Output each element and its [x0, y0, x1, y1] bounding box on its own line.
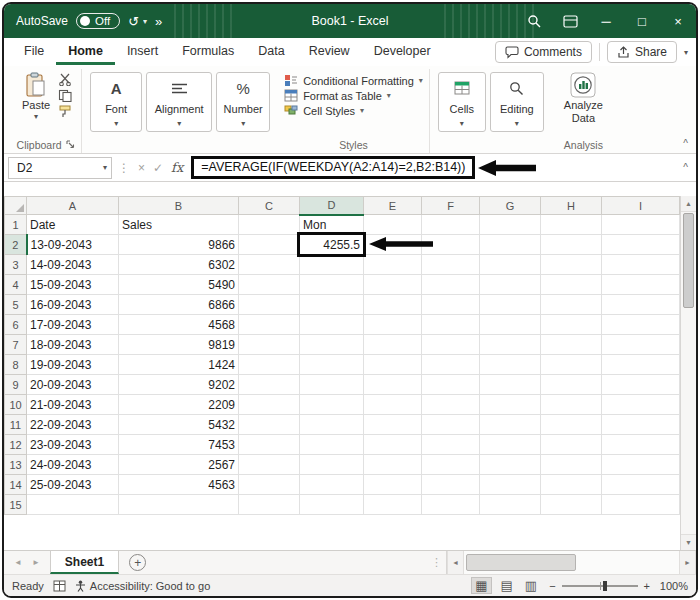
cell-I12[interactable] [602, 435, 680, 455]
cell-H3[interactable] [541, 255, 602, 275]
scroll-right-icon[interactable]: ► [679, 551, 696, 574]
cell-B9[interactable]: 9202 [119, 375, 239, 395]
cell-D15[interactable] [300, 495, 364, 515]
col-header-B[interactable]: B [119, 197, 239, 215]
cell-F4[interactable] [422, 275, 480, 295]
cell-C11[interactable] [239, 415, 300, 435]
cell-G4[interactable] [480, 275, 541, 295]
cell-A2[interactable]: 13-09-2043 [27, 235, 119, 255]
cell-E2[interactable] [364, 235, 422, 255]
cell-E5[interactable] [364, 295, 422, 315]
cell-F7[interactable] [422, 335, 480, 355]
close-button[interactable]: × [660, 4, 696, 38]
cell-D13[interactable] [300, 455, 364, 475]
cell-E14[interactable] [364, 475, 422, 495]
cell-A11[interactable]: 22-09-2043 [27, 415, 119, 435]
scroll-left-icon[interactable]: ◄ [447, 551, 464, 574]
cell-D12[interactable] [300, 435, 364, 455]
cell-C2[interactable] [239, 235, 300, 255]
cell-F9[interactable] [422, 375, 480, 395]
cell-I4[interactable] [602, 275, 680, 295]
cell-A12[interactable]: 23-09-2043 [27, 435, 119, 455]
cell-I9[interactable] [602, 375, 680, 395]
row-header-13[interactable]: 13 [5, 455, 27, 475]
cell-G12[interactable] [480, 435, 541, 455]
cell-A1[interactable]: Date [27, 215, 119, 235]
cell-B10[interactable]: 2209 [119, 395, 239, 415]
cell-E13[interactable] [364, 455, 422, 475]
sheet-tab-sheet1[interactable]: Sheet1 [50, 551, 119, 574]
tab-file[interactable]: File [12, 39, 56, 65]
cell-H8[interactable] [541, 355, 602, 375]
cell-H5[interactable] [541, 295, 602, 315]
cell-A13[interactable]: 24-09-2043 [27, 455, 119, 475]
cell-C7[interactable] [239, 335, 300, 355]
cell-H9[interactable] [541, 375, 602, 395]
row-header-3[interactable]: 3 [5, 255, 27, 275]
row-header-8[interactable]: 8 [5, 355, 27, 375]
collapse-ribbon-icon[interactable]: ^ [683, 138, 688, 149]
cell-E15[interactable] [364, 495, 422, 515]
cell-F8[interactable] [422, 355, 480, 375]
sheet-nav-right-icon[interactable]: ► [32, 558, 40, 567]
font-group-button[interactable]: A Font ▾ [90, 72, 142, 132]
cell-E6[interactable] [364, 315, 422, 335]
row-header-5[interactable]: 5 [5, 295, 27, 315]
row-header-4[interactable]: 4 [5, 275, 27, 295]
cell-A10[interactable]: 21-09-2043 [27, 395, 119, 415]
cell-C14[interactable] [239, 475, 300, 495]
cell-E7[interactable] [364, 335, 422, 355]
row-header-15[interactable]: 15 [5, 495, 27, 515]
cell-I1[interactable] [602, 215, 680, 235]
maximize-button[interactable]: □ [624, 4, 660, 38]
cell-E8[interactable] [364, 355, 422, 375]
view-page-layout-icon[interactable]: ▤ [498, 578, 516, 593]
minimize-button[interactable]: ─ [588, 4, 624, 38]
cell-I7[interactable] [602, 335, 680, 355]
horizontal-scroll-thumb[interactable] [466, 554, 576, 571]
cell-I3[interactable] [602, 255, 680, 275]
tab-data[interactable]: Data [246, 39, 296, 65]
cell-B15[interactable] [119, 495, 239, 515]
cell-H13[interactable] [541, 455, 602, 475]
tab-review[interactable]: Review [297, 39, 362, 65]
tab-developer[interactable]: Developer [362, 39, 443, 65]
cells-group-button[interactable]: Cells ▾ [438, 72, 486, 132]
row-header-7[interactable]: 7 [5, 335, 27, 355]
cell-C9[interactable] [239, 375, 300, 395]
undo-icon[interactable]: ↺ [128, 15, 139, 28]
cell-C12[interactable] [239, 435, 300, 455]
cell-H15[interactable] [541, 495, 602, 515]
row-header-10[interactable]: 10 [5, 395, 27, 415]
cell-A6[interactable]: 17-09-2043 [27, 315, 119, 335]
cell-A9[interactable]: 20-09-2043 [27, 375, 119, 395]
undo-dropdown-icon[interactable]: ▾ [143, 17, 147, 26]
row-header-9[interactable]: 9 [5, 375, 27, 395]
format-painter-icon[interactable] [58, 105, 73, 118]
cell-D9[interactable] [300, 375, 364, 395]
cell-H2[interactable] [541, 235, 602, 255]
col-header-F[interactable]: F [422, 197, 480, 215]
cell-D6[interactable] [300, 315, 364, 335]
select-all-corner[interactable] [5, 197, 27, 215]
cell-H6[interactable] [541, 315, 602, 335]
tab-home[interactable]: Home [56, 39, 115, 65]
cell-A3[interactable]: 14-09-2043 [27, 255, 119, 275]
name-box[interactable]: D2 ▾ [8, 157, 112, 179]
alignment-group-button[interactable]: Alignment ▾ [146, 72, 212, 132]
new-sheet-button[interactable]: + [129, 554, 146, 571]
ribbon-display-options-icon[interactable] [552, 4, 588, 38]
cell-F10[interactable] [422, 395, 480, 415]
sheet-nav-left-icon[interactable]: ◄ [14, 558, 22, 567]
cell-B12[interactable]: 7453 [119, 435, 239, 455]
zoom-slider-thumb[interactable] [603, 581, 607, 591]
col-header-H[interactable]: H [541, 197, 602, 215]
cell-F5[interactable] [422, 295, 480, 315]
number-group-button[interactable]: % Number ▾ [216, 72, 270, 132]
cell-F12[interactable] [422, 435, 480, 455]
row-header-6[interactable]: 6 [5, 315, 27, 335]
cell-H14[interactable] [541, 475, 602, 495]
autosave-toggle[interactable]: Off [76, 13, 120, 29]
conditional-formatting-button[interactable]: Conditional Formatting ▾ [284, 74, 423, 87]
share-button[interactable]: Share [607, 41, 677, 63]
